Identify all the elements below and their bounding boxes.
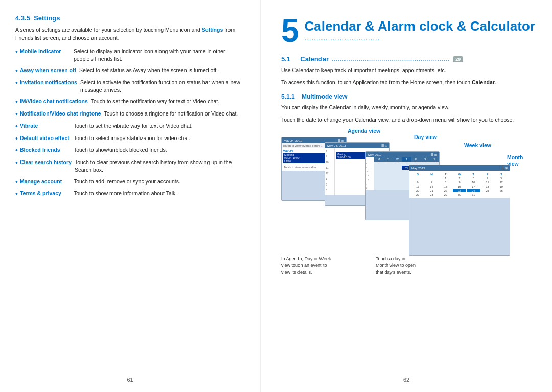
bullet: • (15, 146, 18, 155)
para3: You can display the Calendar in daily, w… (281, 103, 537, 111)
right-page: 5 Calendar & Alarm clock & Calculator ..… (261, 0, 552, 392)
list-item: • Mobile indicator Select to display an … (15, 48, 245, 63)
section-5-1-1-heading: 5.1.1 Multimode view (281, 93, 537, 100)
section-5-1-title: Calendar (300, 55, 329, 63)
section-number: 4.3.5 (15, 14, 30, 22)
list-item: • Vibrate Touch to set the vibrate way f… (15, 122, 245, 131)
para1: Use Calendar to keep track of important … (281, 66, 537, 74)
agenda-view-label: Agenda view (348, 128, 380, 134)
section-title: Settings (34, 14, 60, 22)
list-item: • Manage account Touch to add, remove or… (15, 178, 245, 187)
day-view-label: Day view (414, 134, 437, 140)
month-view-label: Month view (507, 154, 532, 167)
calendar-icon-badge: 29 (453, 56, 463, 62)
chapter-dots: ................................ (305, 34, 535, 42)
section-5-1-1: 5.1.1 Multimode view You can display the… (281, 93, 537, 124)
bullet: • (15, 66, 18, 75)
section-5-1-heading: 5.1 Calendar ...........................… (281, 55, 537, 63)
bullet: • (15, 134, 18, 143)
bullet: • (15, 79, 18, 94)
list-item: • IM/Video chat notifications Touch to s… (15, 98, 245, 106)
settings-list: • Mobile indicator Select to display an … (15, 48, 245, 199)
page-number-left: 61 (127, 377, 133, 383)
month-screen: May 2013 ☰ ⊞ S M T W T F S 1 2 3 (409, 165, 510, 256)
section-heading: 4.3.5 Settings (15, 14, 245, 22)
para4: Touch the date to change your Calendar v… (281, 116, 537, 124)
list-item: • Invitation notifications Select to act… (15, 79, 245, 94)
list-item: • Away when screen off Select to set sta… (15, 66, 245, 75)
chapter-heading: 5 Calendar & Alarm clock & Calculator ..… (281, 14, 537, 47)
intro-paragraph: A series of settings are available for y… (15, 26, 245, 42)
list-item: • Notification/Video chat ringtone Touch… (15, 110, 245, 119)
bullet: • (15, 122, 18, 131)
chapter-number: 5 (281, 14, 300, 47)
list-item: • Clear search history Touch to clear pr… (15, 158, 245, 174)
section-5-1-number: 5.1 (281, 55, 290, 63)
section-dots: ........................................… (332, 56, 450, 62)
bullet: • (15, 48, 18, 63)
calendar-screenshots: Agenda view May 24, 2013 ☰ ⊞ Touch to vi… (281, 128, 532, 276)
page-number-right: 62 (403, 377, 409, 383)
caption-area-right: Touch a day in Month view to open that d… (376, 256, 478, 276)
chapter-title: Calendar & Alarm clock & Calculator (305, 14, 535, 34)
list-item: • Terms & privacy Touch to show more inf… (15, 190, 245, 198)
bullet: • (15, 190, 18, 198)
bullet: • (15, 110, 18, 119)
bullet: • (15, 98, 18, 106)
section-5-1: 5.1 Calendar ...........................… (281, 55, 537, 87)
bullet: • (15, 178, 18, 187)
list-item: • Blocked friends Touch to show/unblock … (15, 146, 245, 155)
week-view-label: Week view (464, 142, 491, 148)
para2: To access this function, touch Applicati… (281, 78, 537, 86)
bullet: • (15, 158, 18, 174)
left-page: 4.3.5 Settings A series of settings are … (0, 0, 261, 392)
list-item: • Default video effect Touch to select i… (15, 134, 245, 143)
